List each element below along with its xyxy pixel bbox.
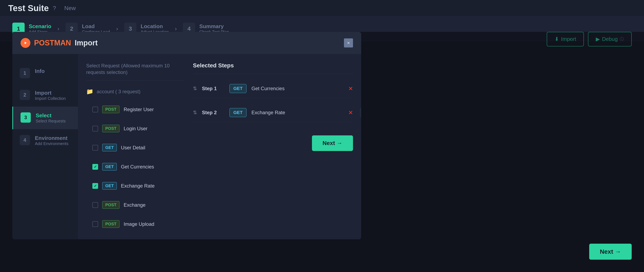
folder-icon: 📁 (86, 88, 94, 95)
select-request-title: Select Request (Allowed maximum 10 reque… (86, 62, 185, 75)
app-title: Test Suite (8, 3, 49, 13)
request-item-exchange: POST Exchange (86, 198, 185, 212)
postman-logo (20, 38, 30, 48)
remove-step-1-button[interactable]: ✕ (348, 85, 353, 92)
postman-import-modal: POSTMAN Import × 1 Info 2 I (12, 32, 361, 239)
postman-label: POSTMAN (34, 39, 71, 47)
sidebar-step-4-label: Environment Add Environments (35, 135, 68, 146)
remove-step-2-button[interactable]: ✕ (348, 109, 353, 116)
sidebar-step-4-name: Environment (35, 135, 68, 141)
request-name-get-currencies: Get Currencies (121, 164, 154, 170)
checkbox-image-upload[interactable] (92, 221, 98, 227)
request-name-exchange: Exchange (124, 202, 146, 208)
step-1-req-name: Get Currencies (252, 86, 343, 91)
modal-overlay: POSTMAN Import × 1 Info 2 I (0, 32, 644, 272)
app-header: Test Suite ? New (0, 0, 644, 17)
selected-divider (193, 74, 353, 74)
help-icon[interactable]: ? (53, 5, 56, 12)
modal-next-button[interactable]: Next → (312, 135, 353, 151)
sidebar-step-2-sub: Import Collection (35, 96, 66, 101)
sidebar-step-select[interactable]: 3 Select Select Requests (12, 107, 78, 129)
modal-header: POSTMAN Import × (12, 32, 361, 54)
selected-steps-panel: Selected Steps ⇅ Step 1 GET Get Currenci… (193, 62, 353, 231)
request-name-login: Login User (124, 126, 147, 131)
request-name-exchange-rate: Exchange Rate (121, 183, 154, 189)
sidebar-step-2-number: 2 (20, 90, 30, 100)
arrow-2-3: › (116, 26, 118, 32)
method-post-register: POST (102, 106, 120, 113)
step-2-method: GET (230, 108, 246, 117)
sidebar-step-1-number: 1 (20, 68, 30, 78)
step-1-name: Scenario (29, 23, 51, 30)
step-1-label: Step 1 (202, 86, 224, 91)
sidebar-step-4-number: 4 (20, 135, 30, 145)
request-item-get-currencies: GET Get Currencies (86, 160, 185, 174)
ellipsis-button[interactable]: ··· (360, 108, 361, 118)
step-2-label: Step 2 (202, 110, 224, 115)
modal-sidebar: 1 Info 2 Import Import Collection 3 (12, 54, 78, 239)
modal-main-content: Select Request (Allowed maximum 10 reque… (78, 54, 361, 239)
step-1-method: GET (230, 84, 246, 93)
arrow-3-4: › (175, 26, 177, 32)
folder-name: account ( 3 request) (97, 89, 140, 95)
step-2-req-name: Exchange Rate (252, 110, 343, 115)
drag-handle-1[interactable]: ⇅ (193, 86, 197, 91)
select-request-label: Select Request (86, 63, 120, 68)
sidebar-step-3-name: Select (36, 112, 66, 119)
request-name-user-detail: User Detail (121, 145, 145, 151)
method-get-currencies: GET (102, 163, 117, 170)
selected-step-1: ⇅ Step 1 GET Get Currencies ✕ (193, 79, 353, 98)
checkbox-register-user[interactable] (92, 107, 98, 112)
new-button[interactable]: New (64, 5, 76, 12)
method-post-image: POST (102, 220, 120, 228)
selected-steps-title: Selected Steps (193, 62, 353, 69)
checkbox-exchange-rate[interactable] (92, 183, 98, 189)
sidebar-step-1-name: Info (35, 68, 45, 74)
sidebar-step-import[interactable]: 2 Import Import Collection (12, 84, 78, 107)
requests-divider (86, 80, 185, 81)
request-item-image-upload: POST Image Upload (86, 217, 185, 231)
arrow-1-2: › (58, 26, 59, 32)
sidebar-step-4-sub: Add Environments (35, 141, 68, 146)
modal-close-button[interactable]: × (344, 39, 353, 48)
method-post-exchange: POST (102, 201, 120, 209)
bottom-next-label: Next → (600, 248, 621, 255)
sidebar-step-1-label: Info (35, 68, 45, 74)
sidebar-step-2-label: Import Import Collection (35, 90, 66, 101)
request-item-exchange-rate: GET Exchange Rate (86, 179, 185, 193)
step-2-name: Load (82, 23, 110, 30)
request-item-register-user: POST Register User (86, 102, 185, 117)
folder-header: 📁 account ( 3 request) (86, 86, 185, 97)
method-get-user-detail: GET (102, 144, 117, 151)
sidebar-step-3-label: Select Select Requests (36, 112, 66, 123)
request-item-user-detail: GET User Detail (86, 141, 185, 155)
request-name-image-upload: Image Upload (124, 221, 154, 227)
request-item-login-user: POST Login User (86, 121, 185, 136)
bottom-next-button[interactable]: Next → (589, 244, 632, 260)
sidebar-step-2-name: Import (35, 90, 66, 96)
modal-next-label: Next → (322, 140, 342, 146)
step-3-name: Location (140, 23, 169, 30)
drag-handle-2[interactable]: ⇅ (193, 110, 197, 115)
sidebar-step-info[interactable]: 1 Info (12, 62, 78, 84)
selected-step-2: ⇅ Step 2 GET Exchange Rate ✕ ··· (193, 103, 353, 122)
method-post-login: POST (102, 125, 120, 132)
requests-panel: Select Request (Allowed maximum 10 reque… (86, 62, 185, 231)
sidebar-step-3-sub: Select Requests (36, 119, 66, 123)
request-name-register: Register User (124, 107, 154, 112)
modal-title: POSTMAN Import (20, 38, 98, 48)
method-get-exchange: GET (102, 182, 117, 190)
import-label-modal: Import (75, 39, 98, 47)
checkbox-login-user[interactable] (92, 126, 98, 131)
sidebar-step-3-number: 3 (20, 112, 31, 123)
sidebar-step-environment[interactable]: 4 Environment Add Environments (12, 129, 78, 152)
checkbox-user-detail[interactable] (92, 145, 98, 151)
modal-body: 1 Info 2 Import Import Collection 3 (12, 54, 361, 239)
step-4-name: Summary (199, 23, 229, 30)
checkbox-exchange[interactable] (92, 202, 98, 208)
checkbox-get-currencies[interactable] (92, 164, 98, 170)
